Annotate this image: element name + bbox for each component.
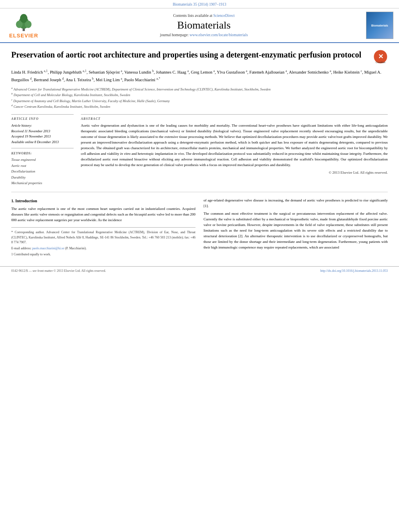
issn-text: 0142-9612/$ — see front matter © 2013 El… (11, 269, 106, 273)
footnotes-section: * Corresponding author. Advanced Center … (11, 227, 195, 257)
body-col-right: of age-related degenerative valve diseas… (204, 198, 388, 258)
accepted-date: Accepted 19 November 2013 (11, 134, 74, 140)
intro-para-right-1: of age-related degenerative valve diseas… (204, 198, 388, 209)
keyword-5: Mechanical properties (11, 180, 74, 186)
keywords-list: Tissue engineered Aortic root Decellular… (11, 157, 74, 186)
biomaterials-logo: Biomaterials (366, 12, 393, 39)
keyword-3: Decellularization (11, 168, 74, 174)
affiliation-d: d Cancer Centrum Karolinska, Karolinska … (11, 103, 388, 109)
available-date: Available online 8 December 2013 (11, 140, 74, 145)
sciencedirect-label: Contents lists available at (173, 14, 213, 18)
footnote-email-label: E-mail address: (11, 246, 32, 250)
article-history: Article history: Received 11 November 20… (11, 123, 74, 148)
elsevier-tree-icon (12, 12, 36, 32)
authors: Linda H. Friedrich a,1, Philipp Jungeblu… (11, 68, 388, 84)
affiliation-a: a Advanced Center for Translational Rege… (11, 86, 388, 92)
affiliation-b: b Department of Cell and Molecular Biolo… (11, 92, 388, 98)
journal-homepage: journal homepage: www.elsevier.com/locat… (42, 33, 366, 37)
body-columns: 1. Introduction The aortic valve replace… (11, 198, 388, 258)
affiliation-c: c Department of Anatomy and Cell Biology… (11, 98, 388, 104)
footnote-corresponding: * Corresponding author. Advanced Center … (11, 230, 195, 245)
sciencedirect-link[interactable]: ScienceDirect (213, 14, 234, 18)
biomaterials-logo-text: Biomaterials (371, 24, 388, 27)
keyword-2: Aortic root (11, 163, 74, 168)
journal-citation: Biomaterials 35 (2014) 1907–1913 (173, 2, 226, 6)
top-bar: Biomaterials 35 (2014) 1907–1913 (0, 0, 399, 8)
homepage-label: journal homepage: (160, 33, 189, 37)
authors-text: Linda H. Friedrich a,1, Philipp Jungeblu… (11, 70, 381, 82)
homepage-url[interactable]: www.elsevier.com/locate/biomaterials (189, 33, 248, 37)
elsevier-logo: ELSEVIER (6, 12, 42, 39)
sciencedirect-line: Contents lists available at ScienceDirec… (42, 14, 366, 18)
section-divider (11, 192, 388, 192)
intro-para-right-2: The common and most effective treatment … (204, 211, 388, 251)
footnote-email: E-mail address: paolo.macchiarini@ki.se … (11, 246, 195, 251)
article-info-abstract: Article info Article history: Received 1… (11, 114, 388, 186)
received-date: Received 11 November 2013 (11, 129, 74, 134)
footnote-contributed: 1 Contributed equally to work. (11, 252, 195, 257)
footnote-email-suffix: (P. Macchiarini). (65, 246, 87, 250)
article-title-section: Preservation of aortic root architecture… (11, 49, 388, 64)
journal-header: ELSEVIER Contents lists available at Sci… (0, 8, 399, 43)
affiliations: a Advanced Center for Translational Rege… (11, 86, 388, 109)
history-label: Article history: (11, 123, 74, 129)
journal-title: Biomaterials (42, 19, 366, 31)
abstract-title: Abstract (81, 117, 388, 121)
abstract-text: Aortic valve degeneration and dysfunctio… (81, 123, 388, 168)
copyright-line: © 2013 Elsevier Ltd. All rights reserved… (81, 170, 388, 175)
article-info-title: Article info (11, 117, 74, 121)
footnote-email-address[interactable]: paolo.macchiarini@ki.se (32, 246, 64, 250)
svg-point-4 (20, 14, 27, 23)
keywords-label: Keywords: (11, 152, 74, 155)
bottom-bar: 0142-9612/$ — see front matter © 2013 El… (0, 266, 399, 275)
page-wrapper: Biomaterials 35 (2014) 1907–1913 ELSEVIE… (0, 0, 399, 532)
svg-text:✕: ✕ (378, 53, 383, 60)
doi-link[interactable]: http://dx.doi.org/10.1016/j.biomaterials… (320, 269, 388, 273)
keyword-1: Tissue engineered (11, 157, 74, 162)
abstract-section: Abstract Aortic valve degeneration and d… (81, 114, 388, 186)
crossmark-icon: ✕ CrossMark (373, 49, 388, 64)
intro-heading: 1. Introduction (11, 198, 195, 204)
article-info: Article info Article history: Received 1… (11, 114, 74, 186)
main-content: Preservation of aortic root architecture… (0, 43, 399, 262)
svg-text:CrossMark: CrossMark (376, 61, 386, 64)
keyword-4: Durability (11, 175, 74, 180)
intro-heading-text: 1. Introduction (11, 199, 37, 203)
journal-center: Contents lists available at ScienceDirec… (42, 14, 366, 37)
elsevier-text: ELSEVIER (9, 33, 38, 39)
intro-para-1: The aortic valve replacement is one of t… (11, 206, 195, 223)
body-col-left: 1. Introduction The aortic valve replace… (11, 198, 195, 258)
article-title: Preservation of aortic root architecture… (11, 49, 369, 60)
